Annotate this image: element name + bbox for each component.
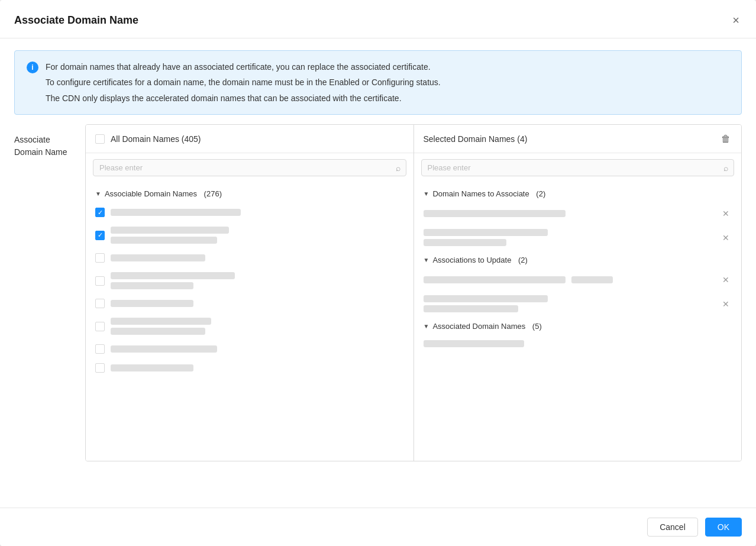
redacted-domain [424,295,548,302]
panels-container: All Domain Names (405) ⌕ ▼ Associable Do… [85,124,742,461]
redacted-domain [424,239,506,246]
left-panel-search: ⌕ [93,159,406,176]
list-item[interactable] [86,340,413,358]
left-search-icon: ⌕ [396,163,400,173]
redacted-domain [111,209,241,216]
chevron-down-icon: ▼ [95,190,101,197]
remove-item-button[interactable]: ✕ [720,232,732,244]
redacted-domain [111,364,193,371]
redacted-domain [111,318,211,325]
right-item-content [424,340,732,347]
list-item[interactable] [86,248,413,267]
left-panel-body: ▼ Associable Domain Names (276) [86,182,413,461]
list-item[interactable] [86,267,413,294]
right-list-item: ✕ [414,290,742,317]
right-list-item: ✕ [414,224,742,251]
right-search-input[interactable] [421,159,735,176]
chevron-down-icon: ▼ [424,323,429,329]
item-checkbox[interactable] [95,322,105,331]
list-item[interactable] [86,313,413,340]
right-item-content [424,295,715,312]
redacted-domain [111,300,193,307]
redacted-domain [111,328,205,335]
list-item[interactable] [86,358,413,377]
item-checkbox[interactable] [95,208,105,217]
right-panel-title: Selected Domain Names (4) [424,134,715,144]
right-item-content [424,229,715,246]
redacted-domain [111,227,229,234]
info-icon: i [27,62,38,73]
item-checkbox[interactable] [95,231,105,240]
right-list-item: ✕ [414,269,742,290]
list-item[interactable] [86,203,413,222]
item-checkbox[interactable] [95,253,105,263]
all-checkbox-label[interactable]: All Domain Names (405) [95,134,201,144]
remove-item-button[interactable]: ✕ [720,208,732,219]
redacted-domain [111,282,193,289]
redacted-domain [424,210,566,217]
right-panel-search: ⌕ [421,159,735,176]
form-area: Associate Domain Name All Domain Names (… [0,124,756,508]
info-text: For domain names that already have an as… [46,60,441,105]
form-label: Associate Domain Name [14,124,85,159]
redacted-domain [424,340,524,347]
right-group3-header[interactable]: ▼ Associated Domain Names (5) [414,317,742,335]
associate-domain-dialog: Associate Domain Name × i For domain nam… [0,0,756,546]
left-group1-header[interactable]: ▼ Associable Domain Names (276) [86,185,413,203]
all-checkbox[interactable] [95,134,105,144]
delete-all-button[interactable]: 🗑 [720,133,732,146]
dialog-footer: Cancel OK [0,508,756,546]
redacted-domain [111,254,205,261]
item-checkbox[interactable] [95,276,105,286]
left-search-input[interactable] [93,159,406,176]
remove-item-button[interactable]: ✕ [720,298,732,310]
right-list-item: ✕ [414,203,742,224]
right-panel-header: Selected Domain Names (4) 🗑 [414,125,742,153]
redacted-domain [111,237,217,244]
right-panel-body: ▼ Domain Names to Associate (2) ✕ [414,182,742,461]
left-panel-header: All Domain Names (405) [86,125,413,153]
right-item-content [424,276,715,283]
remove-item-button[interactable]: ✕ [720,274,732,286]
left-panel: All Domain Names (405) ⌕ ▼ Associable Do… [86,125,414,461]
right-item-content [424,210,715,217]
chevron-down-icon: ▼ [424,190,429,197]
dialog-header: Associate Domain Name × [0,0,756,38]
left-panel-title: All Domain Names (405) [111,134,201,144]
item-checkbox[interactable] [95,363,105,373]
cancel-button[interactable]: Cancel [647,518,698,537]
right-group1-header[interactable]: ▼ Domain Names to Associate (2) [414,185,742,203]
right-list-item [414,335,742,352]
ok-button[interactable]: OK [705,518,742,537]
dialog-title: Associate Domain Name [14,14,138,27]
right-search-icon: ⌕ [723,163,728,173]
list-item[interactable] [86,294,413,313]
chevron-down-icon: ▼ [424,257,429,263]
redacted-domain [111,345,217,353]
right-panel: Selected Domain Names (4) 🗑 ⌕ ▼ Domain N… [414,125,742,461]
close-button[interactable]: × [730,12,742,28]
right-group2-header[interactable]: ▼ Associations to Update (2) [414,251,742,269]
item-checkbox[interactable] [95,344,105,354]
redacted-domain [424,276,566,283]
redacted-domain [111,272,235,279]
redacted-tag [571,276,613,283]
redacted-domain [424,229,548,236]
list-item[interactable] [86,222,413,248]
redacted-domain [424,305,518,312]
info-banner: i For domain names that already have an … [14,50,742,115]
item-checkbox[interactable] [95,299,105,308]
